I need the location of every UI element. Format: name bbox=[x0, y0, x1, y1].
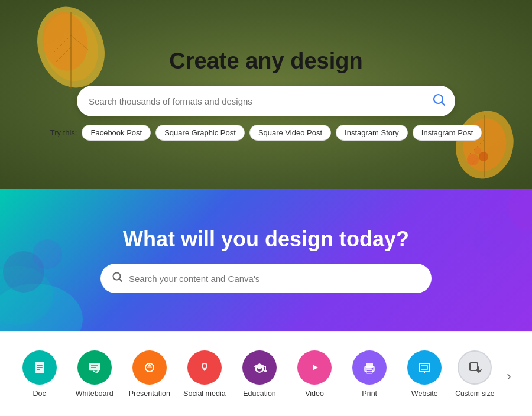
whiteboard-icon bbox=[77, 350, 112, 385]
hero-search-box bbox=[77, 86, 455, 116]
nav-item-website[interactable]: Website bbox=[397, 346, 452, 402]
svg-marker-40 bbox=[313, 365, 318, 370]
presentation-icon bbox=[132, 350, 167, 385]
chip-facebook-post[interactable]: Facebook Post bbox=[82, 125, 151, 141]
presentation-label: Presentation bbox=[129, 389, 170, 398]
svg-point-36 bbox=[203, 364, 206, 368]
svg-rect-27 bbox=[37, 365, 43, 366]
doc-label: Doc bbox=[33, 389, 46, 398]
svg-point-13 bbox=[479, 152, 488, 161]
video-label: Video bbox=[305, 389, 324, 398]
website-label: Website bbox=[411, 389, 438, 398]
hero-section: Create any design Try this: Facebook Pos… bbox=[0, 0, 532, 189]
svg-rect-30 bbox=[89, 363, 100, 371]
chip-instagram-story[interactable]: Instagram Story bbox=[336, 125, 408, 141]
banner-search-input[interactable] bbox=[129, 274, 420, 284]
custom-size-icon bbox=[458, 350, 492, 385]
banner-search-box bbox=[100, 264, 432, 293]
nav-item-custom-size[interactable]: Custom size bbox=[452, 346, 498, 402]
svg-point-12 bbox=[467, 154, 479, 165]
banner-title: What will you design today? bbox=[123, 227, 409, 252]
nav-more-button[interactable]: › bbox=[498, 364, 520, 384]
try-this-row: Try this: Facebook Post Square Graphic P… bbox=[50, 125, 482, 141]
education-icon bbox=[242, 350, 277, 385]
banner-section: What will you design today? bbox=[0, 189, 532, 331]
education-label: Education bbox=[243, 389, 276, 398]
svg-line-25 bbox=[119, 279, 122, 281]
search-icon[interactable] bbox=[433, 93, 446, 109]
nav-item-whiteboard[interactable]: Whiteboard bbox=[67, 346, 122, 402]
try-this-label: Try this: bbox=[50, 128, 77, 137]
hero-search-input[interactable] bbox=[89, 96, 433, 106]
svg-rect-29 bbox=[37, 369, 40, 370]
nav-item-social-media[interactable]: Social media bbox=[177, 346, 232, 402]
nav-item-doc[interactable]: Doc bbox=[12, 346, 67, 402]
social-media-label: Social media bbox=[183, 389, 226, 398]
svg-point-39 bbox=[264, 370, 267, 372]
banner-search-icon bbox=[112, 272, 123, 285]
website-icon bbox=[407, 350, 442, 385]
whiteboard-label: Whiteboard bbox=[76, 389, 113, 398]
chip-instagram-post[interactable]: Instagram Post bbox=[413, 125, 482, 141]
chip-square-graphic-post[interactable]: Square Graphic Post bbox=[155, 125, 245, 141]
svg-point-14 bbox=[474, 147, 481, 154]
doc-icon bbox=[22, 350, 57, 385]
svg-point-45 bbox=[372, 368, 374, 369]
nav-item-video[interactable]: Video bbox=[287, 346, 342, 402]
hero-berries bbox=[461, 136, 497, 171]
svg-line-16 bbox=[442, 102, 445, 105]
hero-leaf-left bbox=[30, 0, 112, 95]
video-icon bbox=[297, 350, 332, 385]
bottom-nav: Doc Whiteboard Presentation bbox=[0, 331, 532, 416]
nav-item-presentation[interactable]: Presentation bbox=[122, 346, 177, 402]
hero-title: Create any design bbox=[169, 48, 362, 74]
banner-wave-right bbox=[437, 189, 532, 284]
print-label: Print bbox=[362, 389, 377, 398]
svg-rect-28 bbox=[37, 367, 43, 368]
chip-square-video-post[interactable]: Square Video Post bbox=[249, 125, 331, 141]
nav-item-education[interactable]: Education bbox=[232, 346, 287, 402]
nav-more-icon: › bbox=[507, 369, 511, 384]
custom-size-label: Custom size bbox=[455, 389, 494, 398]
print-icon bbox=[352, 350, 387, 385]
svg-point-20 bbox=[33, 239, 62, 269]
svg-rect-50 bbox=[421, 366, 427, 369]
nav-item-print[interactable]: Print bbox=[342, 346, 397, 402]
social-media-icon bbox=[187, 350, 222, 385]
